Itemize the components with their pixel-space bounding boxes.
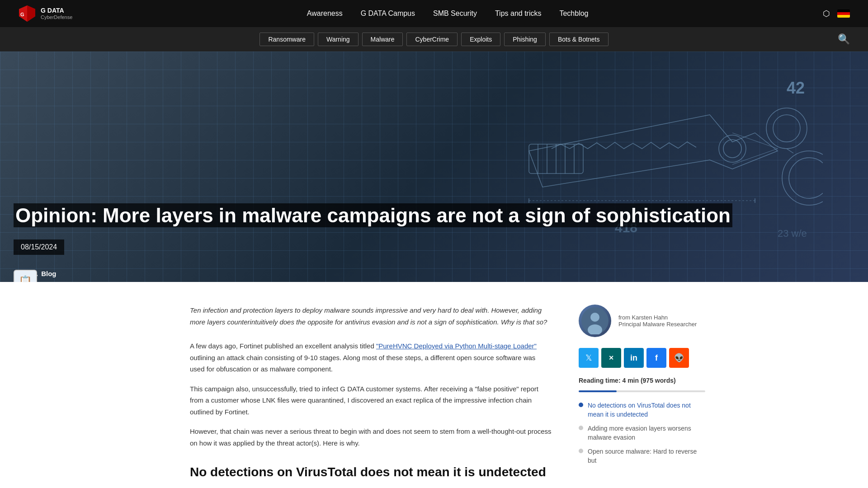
tag-warning[interactable]: Warning: [318, 33, 359, 46]
svg-point-10: [723, 140, 741, 158]
toc-item-2[interactable]: Adding more evasion layers worsens malwa…: [579, 424, 705, 442]
svg-point-22: [590, 313, 599, 322]
main-nav: Awareness G DATA Campus SMB Security Tip…: [307, 9, 589, 18]
tag-exploits[interactable]: Exploits: [461, 33, 500, 46]
tag-ransomware[interactable]: Ransomware: [259, 33, 314, 46]
logo-area[interactable]: G G DATA CyberDefense: [18, 5, 72, 23]
tag-botnets[interactable]: Bots & Botnets: [549, 33, 609, 46]
section-heading-virustotal: No detections on VirusTotal does not mea…: [190, 465, 552, 479]
svg-line-15: [787, 149, 793, 153]
xing-icon: ✕: [609, 354, 614, 361]
search-button-bar[interactable]: 🔍: [838, 33, 850, 45]
nav-awareness[interactable]: Awareness: [307, 9, 343, 18]
sidebar: from Karsten Hahn Principal Malware Rese…: [579, 305, 705, 484]
tag-phishing[interactable]: Phishing: [504, 33, 546, 46]
reddit-icon: 👽: [674, 353, 684, 363]
author-box: from Karsten Hahn Principal Malware Rese…: [579, 305, 705, 337]
svg-point-9: [719, 135, 746, 162]
toc-dot-2: [579, 426, 583, 430]
svg-text:G: G: [20, 12, 24, 17]
blog-category-icon: 📋: [14, 270, 37, 282]
author-avatar: [579, 305, 611, 337]
hero-title-area: Opinion: More layers in malware campaign…: [14, 204, 854, 228]
article-intro: Ten infection and protection layers to d…: [190, 305, 552, 328]
share-reddit-button[interactable]: 👽: [669, 348, 689, 368]
toc-dot-1: [579, 403, 583, 407]
author-from-label: from Karsten Hahn: [618, 314, 697, 321]
share-linkedin-button[interactable]: in: [624, 348, 644, 368]
author-role: Principal Malware Researcher: [618, 321, 697, 328]
svg-point-14: [789, 158, 823, 198]
article-date: 08/15/2024: [14, 239, 64, 255]
nav-smb[interactable]: SMB Security: [433, 9, 477, 18]
reading-time: Reading time: 4 min (975 words): [579, 377, 705, 384]
tag-cybercrime[interactable]: CyberCrime: [406, 33, 458, 46]
facebook-icon: f: [655, 353, 658, 363]
article-link[interactable]: "PureHVNC Deployed via Python Multi-stag…: [376, 342, 537, 350]
svg-marker-1: [27, 5, 35, 22]
content-area: Ten infection and protection layers to d…: [118, 282, 750, 488]
tag-bar: Ransomware Warning Malware CyberCrime Ex…: [0, 27, 868, 52]
article-title: Opinion: More layers in malware campaign…: [14, 203, 732, 227]
table-of-contents: No detections on VirusTotal does not mea…: [579, 401, 705, 465]
reading-progress-bar: [579, 390, 705, 392]
toc-label-1: No detections on VirusTotal does not mea…: [588, 401, 705, 419]
article-para1: A few days ago, Fortinet published an ex…: [190, 340, 552, 375]
logo-title: G DATA: [41, 7, 72, 14]
nav-tips[interactable]: Tips and tricks: [495, 9, 542, 18]
site-header: G G DATA CyberDefense Awareness G DATA C…: [0, 0, 868, 27]
linkedin-icon: in: [630, 353, 637, 363]
svg-text:23 w/e: 23 w/e: [778, 228, 807, 239]
share-xing-button[interactable]: ✕: [601, 348, 621, 368]
svg-point-12: [773, 115, 800, 142]
rss-icon[interactable]: ⬡: [823, 9, 830, 19]
hero-section: 418 23 w/e 42 Opinion: More layers in ma…: [0, 52, 868, 282]
toc-item-1[interactable]: No detections on VirusTotal does not mea…: [579, 401, 705, 419]
toc-label-3: Open source malware: Hard to reverse but: [588, 447, 705, 465]
language-flag-icon[interactable]: [837, 9, 850, 18]
social-share-row: 𝕏 ✕ in f 👽: [579, 348, 705, 368]
logo-shield-icon: G: [18, 5, 36, 23]
logo-subtitle: CyberDefense: [41, 14, 72, 20]
twitter-icon: 𝕏: [585, 353, 592, 363]
hero-number-42: 42: [787, 79, 805, 98]
share-facebook-button[interactable]: f: [646, 348, 666, 368]
header-right: ⬡: [823, 9, 850, 19]
share-twitter-button[interactable]: 𝕏: [579, 348, 599, 368]
article-para3: However, that chain was never a serious …: [190, 426, 552, 449]
hero-weapon-illustration: 418 23 w/e: [506, 61, 823, 273]
author-info: from Karsten Hahn Principal Malware Rese…: [618, 314, 697, 328]
breadcrumb-section: Blog: [41, 270, 56, 277]
article-body: Ten infection and protection layers to d…: [190, 305, 552, 484]
svg-point-11: [766, 108, 807, 149]
nav-campus[interactable]: G DATA Campus: [361, 9, 415, 18]
toc-label-2: Adding more evasion layers worsens malwa…: [588, 424, 705, 442]
nav-techblog[interactable]: Techblog: [559, 9, 588, 18]
tag-malware[interactable]: Malware: [362, 33, 403, 46]
reading-progress-fill: [579, 390, 617, 392]
author-avatar-image: [581, 307, 609, 334]
article-para2: This campaign also, unsuccessfully, trie…: [190, 383, 552, 418]
toc-dot-3: [579, 449, 583, 453]
toc-item-3[interactable]: Open source malware: Hard to reverse but: [579, 447, 705, 465]
